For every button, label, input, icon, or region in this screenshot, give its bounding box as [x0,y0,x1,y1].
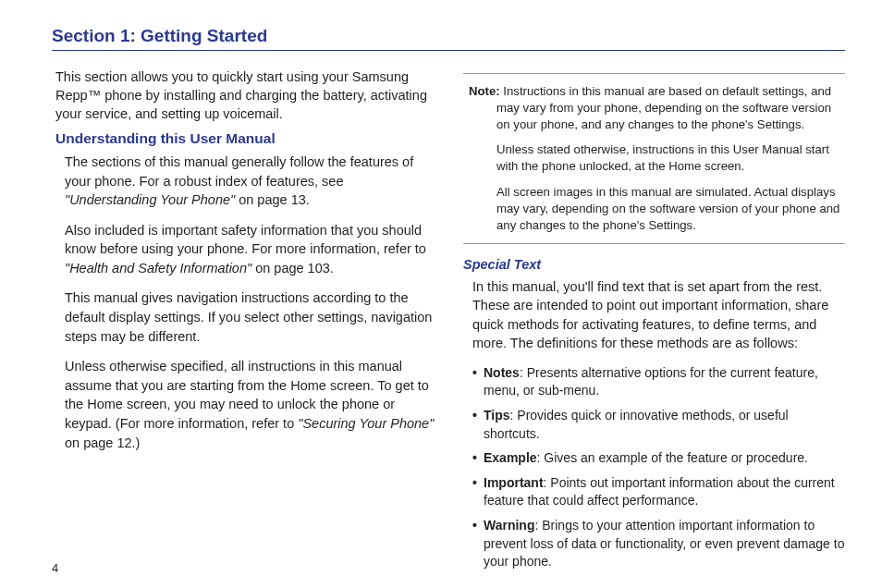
left-column: This section allows you to quickly start… [52,67,437,578]
paragraph-3: This manual gives navigation instruction… [65,288,437,346]
bullet-text: : Presents alternative options for the c… [484,365,818,398]
text: on page 103. [251,261,334,276]
bullet-label: Tips [484,408,510,423]
bullet-label: Important [484,475,544,490]
text: The sections of this manual generally fo… [65,154,413,189]
list-item: Warning: Brings to your attention import… [472,517,845,571]
note-paragraph-1: Note: Instructions in this manual are ba… [463,83,845,132]
two-column-layout: This section allows you to quickly start… [52,67,845,578]
bullet-label: Warning [484,518,534,533]
paragraph-1: The sections of this manual generally fo… [65,153,437,210]
note-text: Instructions in this manual are based on… [496,84,831,131]
page-number: 4 [52,561,58,575]
intro-paragraph: This section allows you to quickly start… [55,67,437,123]
text: Also included is important safety inform… [65,223,426,257]
paragraph-2: Also included is important safety inform… [65,221,437,278]
list-item: Important: Points out important informat… [472,474,845,510]
text: on page 13. [235,192,310,207]
subheading-understanding-manual: Understanding this User Manual [55,130,437,147]
special-text-intro: In this manual, you'll find text that is… [472,277,845,353]
cross-reference: "Understanding Your Phone" [65,192,235,207]
list-item: Example: Gives an example of the feature… [472,449,845,468]
right-column: Note: Instructions in this manual are ba… [463,67,845,578]
note-separator-top [463,73,845,74]
note-label: Note: [469,84,500,98]
definitions-list: Notes: Presents alternative options for … [472,364,845,571]
cross-reference: "Health and Safety Information" [65,261,251,276]
note-paragraph-2: Unless stated otherwise, instructions in… [463,141,845,175]
list-item: Tips: Provides quick or innovative metho… [472,407,845,443]
paragraph-4: Unless otherwise specified, all instruct… [65,357,437,452]
bullet-text: : Brings to your attention important inf… [484,518,844,569]
cross-reference: "Securing Your Phone" [298,416,434,431]
subheading-special-text: Special Text [463,257,845,272]
section-title: Section 1: Getting Started [52,26,845,51]
note-separator-bottom [463,243,845,244]
bullet-label: Notes [484,365,520,380]
bullet-text: : Provides quick or innovative methods, … [484,408,789,441]
bullet-label: Example [484,450,537,465]
text: on page 12.) [65,435,140,450]
note-paragraph-3: All screen images in this manual are sim… [463,184,845,233]
list-item: Notes: Presents alternative options for … [472,364,845,400]
bullet-text: : Gives an example of the feature or pro… [537,450,808,465]
